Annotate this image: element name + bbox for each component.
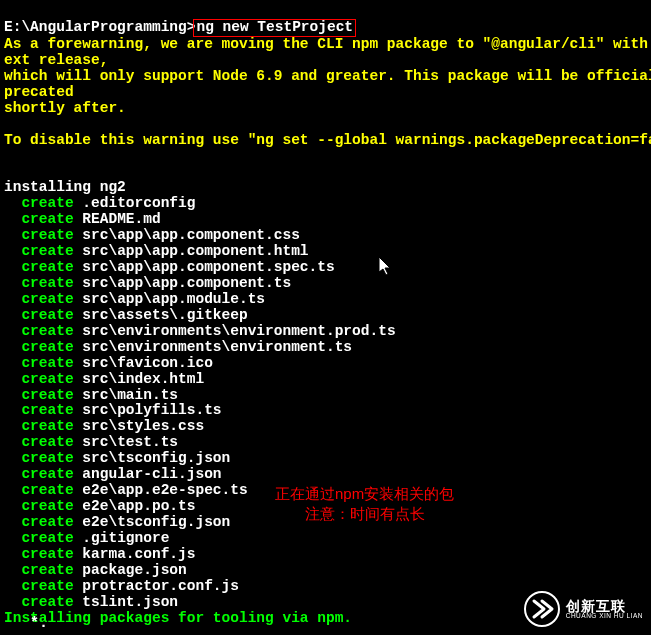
- command-text: ng new TestProject: [196, 19, 353, 35]
- create-word: create: [21, 291, 73, 307]
- create-line: create src\app\app.component.css: [4, 228, 647, 244]
- warning-line: shortly after.: [4, 100, 126, 116]
- file-path: e2e\tsconfig.json: [82, 514, 230, 530]
- create-word: create: [21, 259, 73, 275]
- create-word: create: [21, 594, 73, 610]
- logo-cn: 创新互联: [566, 599, 643, 613]
- file-path: e2e\app.po.ts: [82, 498, 195, 514]
- create-line: create src\environments\environment.prod…: [4, 324, 647, 340]
- file-list: create .editorconfig create README.md cr…: [4, 196, 647, 610]
- installing-header: installing ng2: [4, 179, 126, 195]
- annotation-line2: 注意：时间有点长: [275, 504, 454, 524]
- create-line: create README.md: [4, 212, 647, 228]
- prompt-line: E:\AngularProgramming>ng new TestProject: [4, 19, 356, 35]
- file-path: e2e\app.e2e-spec.ts: [82, 482, 247, 498]
- create-line: create angular-cli.json: [4, 467, 647, 483]
- create-word: create: [21, 466, 73, 482]
- create-word: create: [21, 275, 73, 291]
- create-word: create: [21, 530, 73, 546]
- create-word: create: [21, 227, 73, 243]
- file-path: src\main.ts: [82, 387, 178, 403]
- create-line: create src\polyfills.ts: [4, 403, 647, 419]
- create-word: create: [21, 307, 73, 323]
- annotation-text: 正在通过npm安装相关的包 注意：时间有点长: [275, 484, 454, 523]
- create-word: create: [21, 339, 73, 355]
- file-path: src\favicon.ico: [82, 355, 213, 371]
- create-line: create src\app\app.module.ts: [4, 292, 647, 308]
- create-word: create: [21, 371, 73, 387]
- create-line: create src\app\app.component.spec.ts: [4, 260, 647, 276]
- logo-mark-icon: [524, 591, 560, 627]
- logo-en: CHUANG XIN HU LIAN: [566, 613, 643, 620]
- create-line: create src\tsconfig.json: [4, 451, 647, 467]
- create-word: create: [21, 243, 73, 259]
- warning-line: As a forewarning, we are moving the CLI …: [4, 36, 651, 52]
- create-word: create: [21, 323, 73, 339]
- create-line: create .editorconfig: [4, 196, 647, 212]
- file-path: protractor.conf.js: [82, 578, 239, 594]
- warning-line: To disable this warning use "ng set --gl…: [4, 132, 651, 148]
- terminal-output[interactable]: E:\AngularProgramming>ng new TestProject…: [0, 0, 651, 630]
- create-line: create src\styles.css: [4, 419, 647, 435]
- file-path: src\environments\environment.ts: [82, 339, 352, 355]
- create-word: create: [21, 514, 73, 530]
- file-path: package.json: [82, 562, 186, 578]
- create-word: create: [21, 387, 73, 403]
- file-path: karma.conf.js: [82, 546, 195, 562]
- logo-text: 创新互联 CHUANG XIN HU LIAN: [566, 599, 643, 620]
- create-line: create src\app\app.component.ts: [4, 276, 647, 292]
- create-word: create: [21, 562, 73, 578]
- file-path: src\app\app.component.spec.ts: [82, 259, 334, 275]
- create-line: create src\environments\environment.ts: [4, 340, 647, 356]
- create-word: create: [21, 418, 73, 434]
- file-path: .gitignore: [82, 530, 169, 546]
- command-highlight: ng new TestProject: [193, 19, 356, 37]
- file-path: src\app\app.component.css: [82, 227, 300, 243]
- file-path: src\app\app.component.ts: [82, 275, 291, 291]
- create-line: create karma.conf.js: [4, 547, 647, 563]
- create-line: create src\assets\.gitkeep: [4, 308, 647, 324]
- file-path: src\styles.css: [82, 418, 204, 434]
- create-word: create: [21, 578, 73, 594]
- watermark-logo: 创新互联 CHUANG XIN HU LIAN: [524, 591, 643, 627]
- file-path: src\app\app.module.ts: [82, 291, 265, 307]
- create-word: create: [21, 434, 73, 450]
- create-line: create src\app\app.component.html: [4, 244, 647, 260]
- create-word: create: [21, 355, 73, 371]
- create-word: create: [21, 498, 73, 514]
- file-path: angular-cli.json: [82, 466, 221, 482]
- create-line: create src\main.ts: [4, 388, 647, 404]
- create-line: create .gitignore: [4, 531, 647, 547]
- annotation-line1: 正在通过npm安装相关的包: [275, 484, 454, 504]
- prompt-path: E:\AngularProgramming>: [4, 19, 195, 35]
- warning-line: precated: [4, 84, 74, 100]
- blank-line: [4, 163, 13, 179]
- create-word: create: [21, 195, 73, 211]
- create-line: create src\test.ts: [4, 435, 647, 451]
- spinner-text: *.: [30, 616, 48, 633]
- warning-line: which will only support Node 6.9 and gre…: [4, 68, 651, 84]
- create-word: create: [21, 450, 73, 466]
- warning-line: ext release,: [4, 52, 108, 68]
- blank-line: [4, 147, 13, 163]
- create-word: create: [21, 402, 73, 418]
- create-line: create src\index.html: [4, 372, 647, 388]
- file-path: .editorconfig: [82, 195, 195, 211]
- create-word: create: [21, 482, 73, 498]
- file-path: src\index.html: [82, 371, 204, 387]
- file-path: src\test.ts: [82, 434, 178, 450]
- create-word: create: [21, 211, 73, 227]
- create-line: create src\favicon.ico: [4, 356, 647, 372]
- create-line: create package.json: [4, 563, 647, 579]
- file-path: README.md: [82, 211, 160, 227]
- create-word: create: [21, 546, 73, 562]
- installing-footer: Installing packages for tooling via npm.: [4, 610, 352, 626]
- file-path: src\polyfills.ts: [82, 402, 221, 418]
- file-path: src\assets\.gitkeep: [82, 307, 247, 323]
- file-path: tslint.json: [82, 594, 178, 610]
- file-path: src\app\app.component.html: [82, 243, 308, 259]
- file-path: src\environments\environment.prod.ts: [82, 323, 395, 339]
- file-path: src\tsconfig.json: [82, 450, 230, 466]
